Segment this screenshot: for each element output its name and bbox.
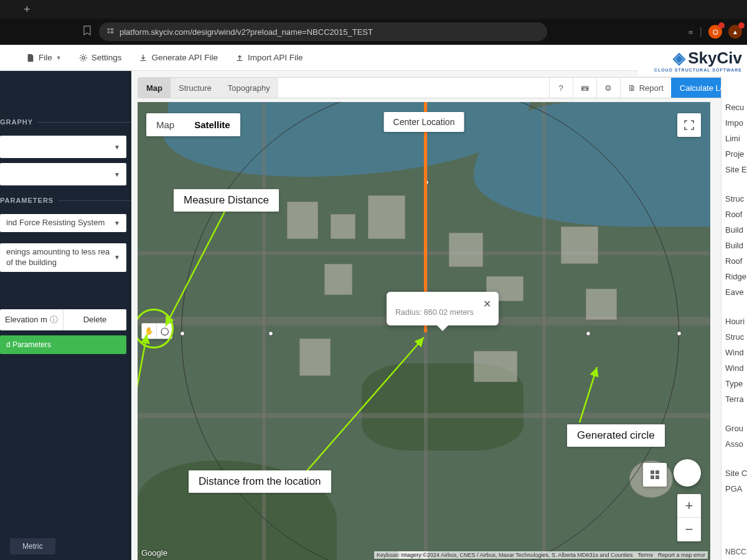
circle-handle[interactable] <box>180 331 185 336</box>
svg-rect-0 <box>108 28 110 30</box>
tilt-button[interactable] <box>643 463 667 487</box>
right-item[interactable]: Site E <box>721 162 747 177</box>
svg-rect-7 <box>651 475 654 479</box>
right-item[interactable]: Build <box>721 238 747 253</box>
import-label: Import API File <box>248 53 303 62</box>
svg-rect-5 <box>651 470 654 474</box>
settings-menu[interactable]: Settings <box>79 53 122 62</box>
right-item[interactable]: Struc <box>721 191 747 207</box>
import-api-button[interactable]: Import API File <box>235 53 303 62</box>
address-bar[interactable]: platform.skyciv.com/design/wind/v2?prelo… <box>99 22 547 41</box>
view-tabs: Map Structure Topography ? 📷︎ ⚙ 🗎Report … <box>138 77 747 98</box>
confirm-parameters-button[interactable]: d Parameters <box>0 335 126 354</box>
bookmark-icon[interactable] <box>83 26 92 38</box>
right-item[interactable]: Impo <box>721 115 747 131</box>
openings-label: enings amounting to less rea of the buil… <box>6 247 114 268</box>
dropdown-2[interactable]: ▼ <box>0 163 126 185</box>
fullscreen-button[interactable] <box>677 113 701 137</box>
section-header-graphy: GRAPHY <box>0 118 131 131</box>
right-item[interactable]: Type <box>721 376 747 391</box>
chevron-down-icon: ▼ <box>114 253 120 261</box>
right-item[interactable]: Roof <box>721 207 747 222</box>
logo-sub: CLOUD STRUCTURAL SOFTWARE <box>654 68 742 72</box>
grid-icon <box>650 470 660 480</box>
right-item[interactable]: Ridge <box>721 269 747 284</box>
right-item[interactable]: Wind <box>721 345 747 360</box>
report-error-link[interactable]: Report a map error <box>658 552 705 558</box>
measure-distance-button[interactable]: ◯ <box>157 324 172 338</box>
svg-rect-2 <box>111 28 114 30</box>
svg-rect-3 <box>111 31 114 33</box>
right-footer: NBCC20 <box>725 548 747 556</box>
right-item[interactable]: Roof <box>721 253 747 269</box>
svg-rect-8 <box>655 475 659 479</box>
right-item[interactable]: Wind <box>721 360 747 376</box>
upload-icon <box>235 54 244 62</box>
left-parameters-panel: GRAPHY ▼ ▼ PARAMETERS ind Force Resistin… <box>0 71 131 560</box>
right-item[interactable]: Limi <box>721 131 747 146</box>
settings-label: Settings <box>92 53 122 62</box>
file-menu[interactable]: File ▼ <box>26 53 62 62</box>
map-type-map[interactable]: Map <box>146 113 184 136</box>
close-icon[interactable]: ✕ <box>483 298 491 310</box>
mwfrs-select[interactable]: ind Force Resisting System ▼ <box>0 214 126 232</box>
center-area: Map Structure Topography ? 📷︎ ⚙ 🗎Report … <box>131 71 747 560</box>
new-tab-button[interactable]: + <box>24 3 31 16</box>
map-type-satellite[interactable]: Satellite <box>184 113 240 136</box>
openings-select[interactable]: enings amounting to less rea of the buil… <box>0 243 126 272</box>
right-item[interactable]: PGA <box>721 481 747 497</box>
elevation-button[interactable]: Elevation m ⓘ <box>0 309 63 330</box>
right-results-panel: Recu Impo Limi Proje Site E Struc Roof B… <box>721 76 747 560</box>
chevron-down-icon: ▼ <box>114 144 120 151</box>
info-icon: ⓘ <box>50 314 58 325</box>
right-item[interactable]: Houri <box>721 314 747 329</box>
units-button[interactable]: Metric <box>10 538 55 554</box>
right-item[interactable]: Terra <box>721 391 747 407</box>
callout-measure: Measure Distance <box>174 189 279 212</box>
map-attribution: Imagery ©2024 Airbus, CNES / Airbus, Max… <box>398 551 708 559</box>
site-info-icon[interactable] <box>106 27 115 37</box>
extension-icon-1[interactable]: ⬡ <box>708 25 722 39</box>
right-item[interactable]: Grou <box>721 421 747 436</box>
circle-handle[interactable] <box>586 331 591 336</box>
map-canvas[interactable]: Map Satellite Center Location ✕ Radius: … <box>138 102 710 560</box>
right-item[interactable]: Site C <box>721 465 747 481</box>
circle-draw-icon: ◯ <box>161 327 169 335</box>
tab-topography[interactable]: Topography <box>220 78 278 98</box>
extension-icon-2[interactable]: ▲ <box>728 25 742 39</box>
gear-icon <box>79 54 88 62</box>
right-item[interactable]: Build <box>721 222 747 238</box>
radius-infowindow: ✕ Radius: 860.02 meters <box>387 292 499 325</box>
right-item[interactable]: Eave <box>721 284 747 300</box>
circle-handle[interactable] <box>677 331 682 336</box>
street-view-button[interactable] <box>674 459 701 487</box>
right-item[interactable]: Asso <box>721 436 747 452</box>
file-label: File <box>39 53 52 62</box>
camera-icon: 📷︎ <box>581 83 589 93</box>
dropdown-1[interactable]: ▼ <box>0 136 126 158</box>
app-toolbar: File ▼ Settings Generate API File Import… <box>0 45 747 71</box>
generate-api-button[interactable]: Generate API File <box>139 53 218 62</box>
help-button[interactable]: ? <box>549 78 573 98</box>
chevron-down-icon: ▼ <box>114 171 120 178</box>
zoom-in-button[interactable]: + <box>677 494 701 518</box>
right-item[interactable]: Recu <box>721 100 747 115</box>
tab-map[interactable]: Map <box>138 78 171 98</box>
svg-rect-1 <box>108 31 110 33</box>
terms-link[interactable]: Terms <box>637 552 653 558</box>
settings-view-button[interactable]: ⚙ <box>596 78 620 98</box>
elevation-label: Elevation m <box>5 315 47 324</box>
zoom-out-button[interactable]: − <box>677 518 701 541</box>
google-logo: Google <box>141 548 167 558</box>
report-icon: 🗎 <box>628 83 636 93</box>
camera-button[interactable]: 📷︎ <box>573 78 596 98</box>
stop-drawing-button[interactable]: ✋ <box>142 324 157 338</box>
tab-structure[interactable]: Structure <box>171 78 220 98</box>
report-button[interactable]: 🗎Report <box>620 78 671 98</box>
circle-handle[interactable] <box>268 331 273 336</box>
gear-icon: ⚙ <box>604 83 612 93</box>
right-item[interactable]: Proje <box>721 146 747 162</box>
share-icon[interactable]: ∝ <box>688 27 693 37</box>
right-item[interactable]: Struc <box>721 329 747 345</box>
delete-button[interactable]: Delete <box>63 309 126 330</box>
